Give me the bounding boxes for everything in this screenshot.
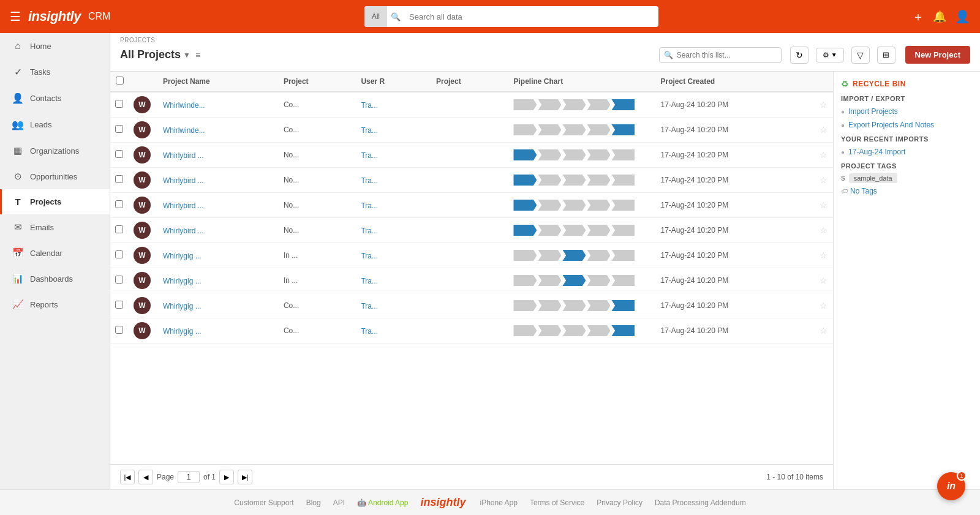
user-link[interactable]: Tra...	[361, 327, 378, 336]
chat-bubble[interactable]: in 1	[937, 472, 965, 500]
star-button[interactable]: ☆	[820, 150, 827, 160]
project-name-link[interactable]: Whirlygig ...	[163, 302, 202, 310]
user-link[interactable]: Tra...	[361, 277, 378, 285]
star-button[interactable]: ☆	[820, 250, 827, 260]
row-checkbox[interactable]	[115, 150, 123, 158]
star-button[interactable]: ☆	[820, 100, 827, 110]
select-all-checkbox[interactable]	[116, 77, 124, 85]
footer-blog[interactable]: Blog	[306, 498, 321, 507]
no-tags-link[interactable]: 🏷 No Tags	[841, 187, 973, 195]
recycle-bin[interactable]: ♻ RECYCLE BIN	[841, 79, 973, 89]
first-page-button[interactable]: |◀	[120, 470, 135, 484]
sidebar-item-leads[interactable]: 👥 Leads	[0, 111, 110, 138]
sidebar-item-tasks[interactable]: ✓ Tasks	[0, 59, 110, 85]
star-button[interactable]: ☆	[820, 175, 827, 185]
table-row: W Whirlygig ... In ... Tra... 17-Aug-24 …	[110, 243, 833, 268]
user-link[interactable]: Tra...	[361, 176, 378, 185]
user-link[interactable]: Tra...	[361, 252, 378, 260]
calendar-icon: 📅	[12, 247, 24, 258]
sidebar-item-emails[interactable]: ✉ Emails	[0, 214, 110, 240]
sidebar-item-calendar[interactable]: 📅 Calendar	[0, 240, 110, 266]
star-button[interactable]: ☆	[820, 125, 827, 135]
user-profile-button[interactable]: 👤	[955, 9, 970, 24]
page-number-input[interactable]	[178, 471, 200, 483]
project-name-link[interactable]: Whirlygig ...	[163, 327, 202, 336]
table-container: Project Name Project User R Project Pipe…	[110, 72, 833, 489]
last-page-button[interactable]: ▶|	[238, 470, 252, 484]
notifications-button[interactable]: 🔔	[933, 10, 946, 23]
row-checkbox[interactable]	[115, 200, 123, 208]
search-list-icon: 🔍	[664, 51, 673, 59]
global-search-input[interactable]	[404, 12, 658, 21]
row-checkbox[interactable]	[115, 276, 123, 284]
project-name-link[interactable]: Whirlwinde...	[163, 101, 205, 110]
star-button[interactable]: ☆	[820, 225, 827, 235]
user-link[interactable]: Tra...	[361, 302, 378, 310]
recent-import-link[interactable]: ● 17-Aug-24 Import	[841, 146, 973, 157]
sidebar-label-organizations: Organizations	[30, 146, 79, 156]
next-page-button[interactable]: ▶	[219, 470, 234, 484]
sidebar-item-projects[interactable]: T Projects	[0, 189, 110, 214]
row-checkbox[interactable]	[115, 175, 123, 183]
list-options-button[interactable]: ≡	[195, 50, 200, 60]
prev-page-button[interactable]: ◀	[138, 470, 153, 484]
import-projects-link[interactable]: ● Import Projects	[841, 106, 973, 117]
project-name-link[interactable]: Whirlybird ...	[163, 227, 204, 235]
row-checkbox[interactable]	[115, 225, 123, 233]
footer-android-app[interactable]: 🤖 Android App	[357, 498, 408, 507]
footer-iphone-app[interactable]: iPhone App	[478, 498, 517, 507]
project-name-link[interactable]: Whirlygig ...	[163, 277, 202, 285]
search-all-button[interactable]: All	[364, 6, 387, 27]
footer-terms[interactable]: Terms of Service	[530, 498, 584, 507]
footer-privacy[interactable]: Privacy Policy	[597, 498, 643, 507]
row-checkbox[interactable]	[115, 326, 123, 334]
pagination: |◀ ◀ Page of 1 ▶ ▶| 1 - 10 of 10 items	[110, 464, 833, 489]
star-button[interactable]: ☆	[820, 326, 827, 336]
sidebar-item-organizations[interactable]: ▦ Organizations	[0, 138, 110, 164]
recent-import-label: 17-Aug-24 Import	[848, 148, 905, 156]
sidebar-label-emails: Emails	[30, 223, 54, 232]
refresh-button[interactable]: ↻	[790, 47, 809, 64]
star-button[interactable]: ☆	[820, 301, 827, 310]
sidebar-item-opportunities[interactable]: ⊙ Opportunities	[0, 164, 110, 189]
user-link[interactable]: Tra...	[361, 126, 378, 135]
hamburger-menu-button[interactable]: ☰	[10, 10, 21, 23]
sidebar-item-home[interactable]: ⌂ Home	[0, 33, 110, 59]
export-projects-link[interactable]: ● Export Projects And Notes	[841, 119, 973, 130]
new-project-button[interactable]: New Project	[905, 46, 970, 64]
project-name-link[interactable]: Whirlybird ...	[163, 176, 204, 185]
filter-button[interactable]: ▽	[851, 47, 870, 64]
project-name-link[interactable]: Whirlygig ...	[163, 252, 202, 260]
sidebar-item-reports[interactable]: 📈 Reports	[0, 291, 110, 317]
sidebar: ⌂ Home ✓ Tasks 👤 Contacts 👥 Leads ▦ Orga…	[0, 33, 110, 489]
reports-icon: 📈	[12, 299, 24, 310]
settings-button[interactable]: ⚙ ▼	[816, 48, 844, 62]
user-link[interactable]: Tra...	[361, 201, 378, 210]
user-link[interactable]: Tra...	[361, 101, 378, 110]
column-settings-button[interactable]: ⊞	[877, 47, 895, 64]
row-checkbox[interactable]	[115, 250, 123, 258]
user-link[interactable]: Tra...	[361, 227, 378, 235]
row-checkbox[interactable]	[115, 100, 123, 108]
user-link[interactable]: Tra...	[361, 151, 378, 160]
star-button[interactable]: ☆	[820, 200, 827, 210]
global-search-bar: All 🔍	[364, 6, 658, 27]
row-checkbox[interactable]	[115, 125, 123, 133]
tag-icon: 🏷	[841, 187, 848, 195]
project-name-link[interactable]: Whirlybird ...	[163, 201, 204, 210]
sidebar-item-contacts[interactable]: 👤 Contacts	[0, 85, 110, 111]
all-projects-dropdown[interactable]: All Projects ▼	[120, 48, 190, 61]
star-button[interactable]: ☆	[820, 276, 827, 285]
tasks-icon: ✓	[12, 66, 24, 78]
col-project-name: Project Name	[156, 72, 276, 92]
add-button[interactable]: ＋	[912, 9, 924, 25]
row-checkbox[interactable]	[115, 301, 123, 309]
project-name-link[interactable]: Whirlwinde...	[163, 126, 205, 135]
footer-customer-support[interactable]: Customer Support	[234, 498, 293, 507]
sample-data-tag[interactable]: sample_data	[849, 173, 897, 183]
project-name-link[interactable]: Whirlybird ...	[163, 151, 204, 160]
footer-data-processing[interactable]: Data Processing Addendum	[655, 498, 746, 507]
sidebar-item-dashboards[interactable]: 📊 Dashboards	[0, 266, 110, 291]
footer-api[interactable]: API	[333, 498, 345, 507]
search-list-input[interactable]	[659, 47, 782, 63]
